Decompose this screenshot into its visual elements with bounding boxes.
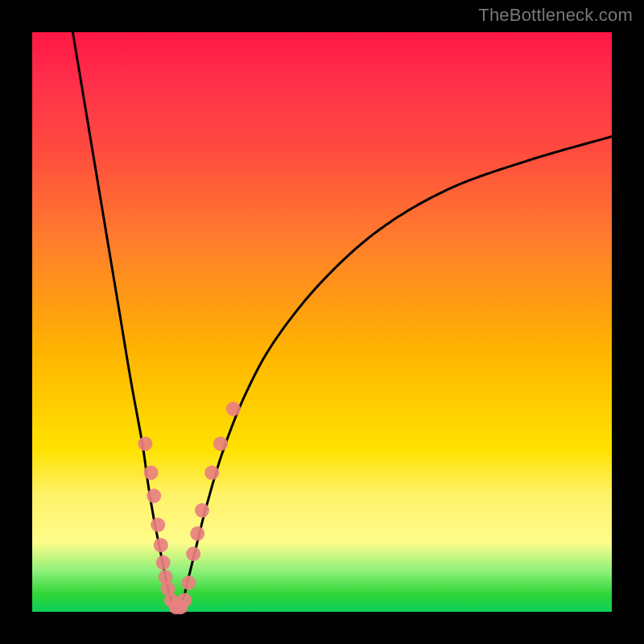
marker-point [190, 526, 204, 541]
marker-point [226, 402, 241, 416]
marker-point [213, 436, 228, 451]
plot-area [32, 32, 612, 612]
curve-svg [32, 32, 612, 612]
watermark-text: TheBottleneck.com [478, 5, 633, 26]
marker-point [186, 547, 200, 561]
marker-group [138, 402, 240, 614]
marker-point [195, 503, 209, 518]
marker-point [138, 436, 152, 451]
marker-point [144, 465, 159, 480]
marker-point [156, 555, 171, 570]
marker-point [204, 465, 219, 480]
marker-point [181, 576, 196, 590]
curve-right-branch [177, 137, 612, 612]
marker-point [147, 489, 161, 503]
marker-point [151, 518, 165, 532]
marker-point [177, 593, 192, 608]
marker-point [154, 538, 168, 552]
chart-frame: TheBottleneck.com [0, 0, 644, 644]
